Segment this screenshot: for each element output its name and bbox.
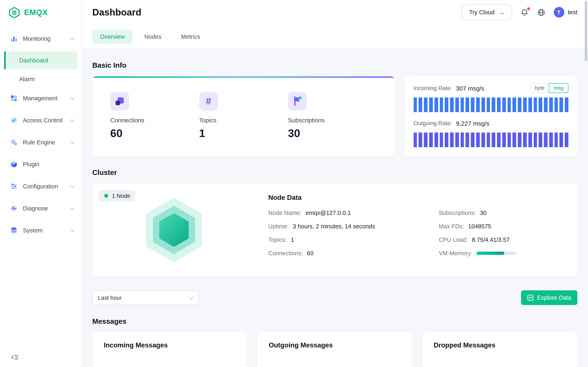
rate-bar [492, 98, 495, 112]
node-data-left-column: Node Name: emqx@127.0.0.1 Uptime: 3 hour… [268, 210, 420, 257]
sidebar-item-diagnose[interactable]: Diagnose [0, 199, 81, 218]
chevron-up-icon [70, 38, 75, 42]
card-title: Dropped Messages [434, 341, 566, 349]
sidebar-item-access-control[interactable]: Access Control [0, 111, 81, 130]
rate-bar [414, 133, 417, 147]
outgoing-rate-row: Outgoing Rate: 9,227 msg/s [414, 117, 568, 129]
vm-memory-progress [476, 252, 516, 255]
rate-bar [450, 133, 454, 147]
chevron-down-icon [70, 140, 75, 144]
sidebar-item-configuration[interactable]: Configuration [0, 177, 81, 196]
sidebar-item-dashboard[interactable]: Dashboard [4, 51, 77, 69]
collapse-sidebar-button[interactable] [11, 353, 19, 361]
rate-bar [486, 98, 490, 112]
chevron-down-icon [70, 228, 75, 232]
chevron-down-icon [189, 295, 193, 299]
tab-overview[interactable]: Overview [92, 30, 132, 43]
notifications-button[interactable] [520, 8, 528, 17]
cluster-visual: 1 Node [92, 184, 256, 276]
tab-nodes[interactable]: Nodes [137, 30, 169, 43]
rate-bar [523, 98, 527, 112]
rate-bar [507, 133, 511, 147]
sidebar-item-plugin[interactable]: Plugin [0, 155, 81, 174]
sidebar-item-rule-engine[interactable]: Rule Engine [0, 133, 81, 152]
sidebar-item-label: Plugin [23, 161, 39, 167]
unit-toggle-msg[interactable]: msg [549, 83, 568, 93]
sidebar-item-monitoring[interactable]: Monitoring [0, 29, 81, 48]
rate-bar [518, 133, 521, 147]
stat-value: 30 [288, 127, 300, 140]
cluster-node-hexagon[interactable] [139, 196, 209, 264]
rate-bar [429, 98, 433, 112]
incoming-rate-chart [414, 98, 568, 112]
sidebar-item-label: System [23, 227, 43, 234]
sidebar-subitem-label: Dashboard [19, 57, 48, 64]
rate-bar [445, 98, 449, 112]
stat-label: Connections [110, 117, 144, 124]
dropped-messages-card: Dropped Messages [422, 332, 577, 367]
system-icon [10, 227, 17, 234]
card-title: Incoming Messages [104, 341, 236, 349]
sidebar: EMQX Monitoring Dashboard Alarm [0, 0, 82, 367]
language-button[interactable] [537, 8, 545, 17]
incoming-messages-card: Incoming Messages [92, 332, 247, 367]
rate-bar [466, 133, 469, 147]
node-data-right-column: Subscriptions: 30 Max FDs: 1048575 CPU L… [439, 210, 565, 257]
rate-bar [455, 133, 459, 147]
outgoing-rate-chart [414, 133, 568, 147]
explore-data-button[interactable]: Explore Data [521, 290, 577, 305]
diagnose-icon [10, 205, 17, 212]
tab-metrics[interactable]: Metrics [173, 30, 208, 43]
sidebar-item-label: Access Control [23, 117, 63, 124]
unit-toggle-byte[interactable]: byte [530, 83, 549, 93]
sidebar-item-label: Diagnose [23, 205, 48, 212]
user-menu[interactable]: T test [553, 7, 577, 17]
rate-bar [513, 133, 516, 147]
chevron-down-icon [70, 118, 75, 122]
sidebar-item-system[interactable]: System [0, 221, 81, 240]
sidebar-item-label: Monitoring [23, 35, 51, 42]
rate-bar [513, 98, 516, 112]
sidebar-item-alarm[interactable]: Alarm [4, 70, 77, 88]
emqx-dashboard-app: EMQX Monitoring Dashboard Alarm [0, 0, 588, 367]
arrow-right-icon: → [499, 9, 504, 16]
rate-bar [434, 98, 438, 112]
rate-bar [466, 98, 469, 112]
rate-bar [460, 98, 464, 112]
rate-bar [549, 98, 553, 112]
rate-bar [492, 133, 495, 147]
topics-icon: # [199, 92, 218, 110]
basic-info-row: Connections 60 # Topics 1 [92, 76, 577, 156]
rate-bar [455, 98, 459, 112]
field-subscriptions: Subscriptions: 30 [439, 210, 565, 216]
node-count-label: 1 Node [112, 192, 130, 199]
sidebar-item-management[interactable]: Management [0, 89, 81, 108]
time-range-select[interactable]: Last hour [92, 290, 199, 305]
field-max-fds: Max FDs: 1048575 [439, 223, 565, 230]
scrollbar-thumb[interactable] [585, 1, 587, 61]
try-cloud-button[interactable]: Try Cloud → [462, 4, 512, 20]
rate-bar [518, 98, 521, 112]
rate-bar [539, 133, 543, 147]
chevron-down-icon [70, 206, 75, 210]
rate-bar [502, 98, 506, 112]
card-title: Outgoing Messages [269, 341, 401, 349]
explore-data-icon [527, 294, 534, 301]
rate-bar [440, 98, 443, 112]
rate-bar [486, 133, 490, 147]
rate-bar [534, 133, 537, 147]
rate-bar [507, 98, 511, 112]
rate-bar [534, 98, 537, 112]
main-area: Dashboard Try Cloud → [82, 0, 588, 367]
emqx-logo[interactable]: EMQX [0, 0, 81, 25]
collapse-sidebar-icon [11, 353, 19, 361]
basic-info-card: Connections 60 # Topics 1 [92, 76, 395, 156]
rate-bar [565, 98, 569, 112]
rate-bar [528, 133, 532, 147]
chevron-down-icon [70, 184, 75, 188]
outgoing-messages-card: Outgoing Messages [257, 332, 412, 367]
sidebar-nav: Monitoring Dashboard Alarm Management [0, 29, 81, 243]
rate-bar [554, 98, 558, 112]
stat-value: 60 [110, 127, 122, 140]
stat-subscriptions: Subscriptions 30 [288, 92, 377, 156]
